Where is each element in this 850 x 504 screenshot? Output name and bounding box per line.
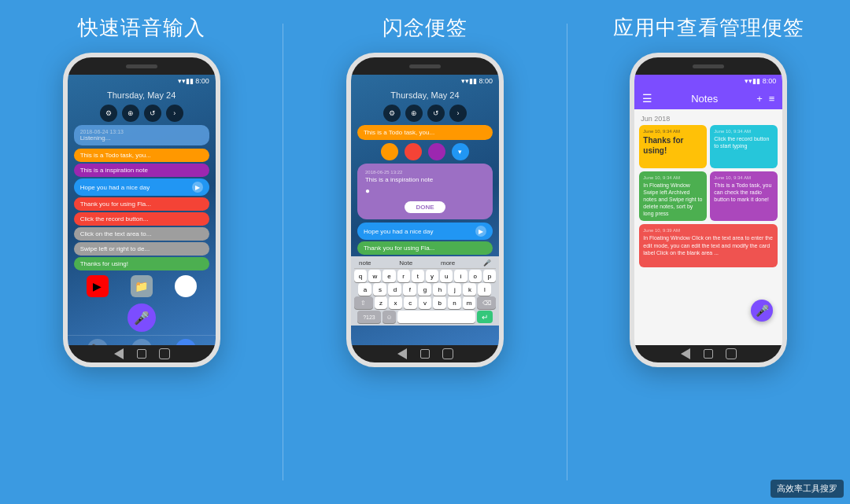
add-note-icon[interactable]: + <box>756 93 763 105</box>
key-m[interactable]: m <box>463 296 476 309</box>
key-n[interactable]: n <box>448 296 461 309</box>
status-time-3: ▾▾▮▮ 8:00 <box>745 77 776 85</box>
kb-suggestions: note Note more 🎤 <box>354 258 496 269</box>
note-click-text[interactable]: Click on the text area to... <box>74 227 209 241</box>
key-l[interactable]: l <box>478 283 491 296</box>
nav-back-2[interactable] <box>397 348 407 359</box>
key-shift[interactable]: ⇧ <box>354 296 373 309</box>
note-todo-1[interactable]: This is a Todo task, you... <box>74 149 209 162</box>
phone-screen-3: ▾▾▮▮ 8:00 ☰ Notes + ≡ Jun 2018 <box>634 75 782 345</box>
youtube-icon[interactable]: ▶ <box>87 275 109 297</box>
key-d[interactable]: d <box>388 283 401 296</box>
dot-red[interactable] <box>405 143 422 160</box>
key-u[interactable]: u <box>440 270 453 282</box>
nav-recent-3[interactable] <box>726 348 737 359</box>
dock-files[interactable]: 🗂 <box>131 339 152 345</box>
key-enter[interactable]: ↵ <box>477 311 493 323</box>
nav-home-3[interactable] <box>704 349 713 359</box>
key-f[interactable]: f <box>403 283 416 296</box>
status-icons-1: ▾▾▮▮ 8:00 <box>178 77 209 85</box>
main-container: 快速语音输入 ▾▾▮▮ 8:00 Thursday, May 24 ⚙ ⊕ ↺ <box>0 0 850 504</box>
other-icon[interactable] <box>175 275 197 297</box>
note-thanks-1[interactable]: Thanks for using! <box>74 257 209 270</box>
note-card-5[interactable]: June 10, 9:39 AM In Floating Window Clic… <box>639 224 778 267</box>
filter-icon[interactable]: ≡ <box>769 93 775 105</box>
phone-bottom-3 <box>634 345 782 362</box>
phone-bottom-1 <box>68 345 216 362</box>
note-niceday-1[interactable]: Hope you had a nice day ▶ <box>74 178 209 196</box>
nav-back-1[interactable] <box>114 348 124 359</box>
key-s[interactable]: s <box>373 283 386 296</box>
toolbar-add[interactable]: ⊕ <box>122 105 139 122</box>
note-todo-2[interactable]: This is a Todo task, you... <box>357 125 493 140</box>
nav-back-3[interactable] <box>681 348 690 359</box>
toolbar-refresh-2[interactable]: ↺ <box>427 105 445 122</box>
note-record-1[interactable]: Thank you for using Fla... <box>74 197 209 211</box>
toolbar-gear[interactable]: ⚙ <box>100 105 117 122</box>
note-card-1[interactable]: June 10, 9:34 AM Thanks for using! <box>639 125 707 168</box>
key-y[interactable]: y <box>426 270 438 282</box>
key-backspace[interactable]: ⌫ <box>477 296 496 309</box>
key-i[interactable]: i <box>454 270 467 282</box>
dot-orange[interactable] <box>381 143 398 160</box>
key-x[interactable]: x <box>389 296 402 309</box>
suggest-note-cap[interactable]: Note <box>399 259 412 267</box>
app-title: Notes <box>691 93 718 105</box>
key-e[interactable]: e <box>382 270 395 282</box>
play-btn-1[interactable]: ▶ <box>192 182 203 193</box>
key-emoji[interactable]: ☺ <box>382 311 396 323</box>
dock-phone[interactable]: 📞 <box>87 339 108 345</box>
done-button[interactable]: DONE <box>405 201 445 213</box>
nav-home-1[interactable] <box>137 349 146 359</box>
toolbar-next[interactable]: › <box>166 105 183 122</box>
key-g[interactable]: g <box>418 283 431 296</box>
key-t[interactable]: t <box>412 270 424 282</box>
toolbar-add-2[interactable]: ⊕ <box>405 105 423 122</box>
key-j[interactable]: j <box>448 283 461 296</box>
note-thanks-2[interactable]: Thank you for using Fla... <box>357 241 493 255</box>
note-inspiration-1[interactable]: This is a inspiration note <box>74 164 209 177</box>
play-btn-2[interactable]: ▶ <box>475 226 486 237</box>
key-q[interactable]: q <box>354 270 367 282</box>
note-card-3[interactable]: June 10, 9:34 AM In Floating Window Swip… <box>639 171 707 221</box>
key-space[interactable] <box>397 311 475 323</box>
phone-bottom-2 <box>351 345 499 362</box>
key-c[interactable]: c <box>404 296 417 309</box>
toolbar-gear-2[interactable]: ⚙ <box>383 105 401 122</box>
note-date-4: June 10, 9:34 AM <box>714 175 774 180</box>
key-v[interactable]: v <box>419 296 432 309</box>
key-123[interactable]: ?123 <box>357 311 381 323</box>
nav-recent-2[interactable] <box>442 348 453 359</box>
key-h[interactable]: h <box>433 283 446 296</box>
toolbar-next-2[interactable]: › <box>449 105 467 122</box>
key-b[interactable]: b <box>433 296 446 309</box>
mic-icon[interactable]: 🎤 <box>483 259 491 267</box>
key-o[interactable]: o <box>469 270 482 282</box>
key-w[interactable]: w <box>368 270 381 282</box>
note-click-record[interactable]: Click the record button... <box>74 212 209 226</box>
toolbar-refresh[interactable]: ↺ <box>144 105 161 122</box>
mic-fab-1[interactable]: 🎤 <box>128 304 156 332</box>
key-a[interactable]: a <box>358 283 371 296</box>
suggest-more[interactable]: more <box>441 259 455 267</box>
app-row: ▶ 📁 <box>68 272 216 300</box>
key-k[interactable]: k <box>463 283 476 296</box>
speaker-2 <box>409 64 441 68</box>
dot-purple[interactable] <box>428 143 445 160</box>
note-card-4[interactable]: June 10, 9:34 AM This is a Todo task, yo… <box>710 171 778 221</box>
menu-icon[interactable]: ☰ <box>642 92 652 105</box>
note-date-3: June 10, 9:34 AM <box>643 175 703 180</box>
suggest-note[interactable]: note <box>359 259 371 267</box>
note-niceday-2[interactable]: Hope you had a nice day ▶ <box>357 223 493 240</box>
files-icon[interactable]: 📁 <box>131 275 153 297</box>
key-p[interactable]: p <box>483 270 496 282</box>
nav-recent-1[interactable] <box>159 348 170 359</box>
note-card-2[interactable]: June 10, 9:34 AM Click the record button… <box>710 125 778 168</box>
nav-home-2[interactable] <box>420 349 430 359</box>
speaker-1 <box>126 64 157 68</box>
note-swipe[interactable]: Swipe left or right to de... <box>74 242 209 256</box>
dock-google[interactable]: G <box>176 339 196 345</box>
key-r[interactable]: r <box>397 270 410 282</box>
dot-blue[interactable]: ▾ <box>452 143 469 160</box>
key-z[interactable]: z <box>375 296 388 309</box>
